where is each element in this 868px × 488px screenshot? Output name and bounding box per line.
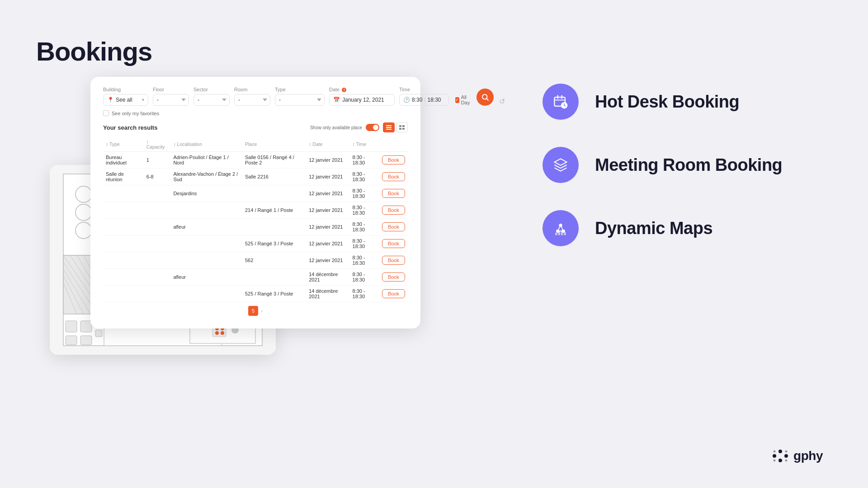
cell-place [242,269,306,286]
cell-type [103,219,144,235]
book-button[interactable]: Book [382,272,405,282]
time-label: Time [399,87,472,92]
gphy-icon-svg [772,449,789,463]
location-icon: 📍 [107,97,114,103]
cell-time: 8:30 - 18:30 [350,219,379,235]
cell-date: 12 janvier 2021 [306,219,349,235]
cell-place: Salle 0156 / Rangé 4 / Poste 2 [242,152,306,169]
grid-view-button[interactable] [396,122,408,132]
page-next[interactable]: › [261,308,263,314]
results-title: Your search results [103,124,157,131]
book-button[interactable]: Book [382,155,405,164]
svg-rect-4 [386,129,392,130]
cell-action: Book [379,185,408,202]
cell-action: Book [379,252,408,269]
meeting-room-label: Meeting Room Booking [595,155,782,175]
table-row: afleur 12 janvier 2021 8:30 - 18:30 Book [103,219,408,235]
cell-capacity [144,286,171,302]
cell-place [242,185,306,202]
feature-meeting-room: Meeting Room Booking [542,147,832,183]
search-button[interactable] [476,89,494,106]
allday-checkbox[interactable] [455,97,459,103]
cell-place: 525 / Rangé 3 / Poste [242,235,306,252]
room-filter-group: Room - [234,87,270,106]
building-select[interactable]: 📍 See all ▼ [103,94,148,106]
view-buttons [383,122,408,132]
col-type: ↕ Type [103,137,144,152]
svg-point-131 [559,224,562,227]
calendar-icon: 📅 [333,97,340,103]
cell-capacity [144,185,171,202]
date-input[interactable]: 📅 January 12, 2021 [329,94,395,106]
cell-time: 8:30 - 18:30 [350,169,379,185]
book-button[interactable]: Book [382,222,405,231]
book-button[interactable]: Book [382,289,405,298]
cell-time: 8:30 - 18:30 [350,152,379,169]
available-label: Show only available place [310,125,362,130]
page-5[interactable]: 5 [248,306,258,316]
cell-time: 8:30 - 18:30 [350,185,379,202]
col-capacity: ↕ Capacity [144,137,171,152]
book-button[interactable]: Book [382,206,405,215]
available-toggle[interactable] [366,124,379,131]
svg-point-146 [785,460,788,462]
cell-place: Salle 2216 [242,169,306,185]
table-row: afleur 14 décembre 2021 8:30 - 18:30 Boo… [103,269,408,286]
svg-point-0 [482,94,487,99]
building-value: See all [116,97,132,103]
svg-line-133 [561,225,563,231]
cell-localisation: afleur [170,219,242,235]
cell-place: 525 / Rangé 3 / Poste [242,286,306,302]
book-button[interactable]: Book [382,172,405,181]
cell-time: 8:30 - 18:30 [350,269,379,286]
col-action [379,137,408,152]
list-view-button[interactable] [383,122,395,132]
time-separator: | [424,97,425,103]
cell-date: 12 janvier 2021 [306,235,349,252]
cell-capacity: 6-8 [144,169,171,185]
svg-rect-100 [80,336,92,345]
cell-type [103,185,144,202]
table-row: Salle de réunion 6-8 Alexandre-Vachon / … [103,169,408,185]
floor-filter-group: Floor - [153,87,189,106]
map-layers-icon [552,156,569,174]
cell-capacity [144,235,171,252]
table-row: 562 12 janvier 2021 8:30 - 18:30 Book [103,252,408,269]
favorites-checkbox[interactable] [103,110,109,116]
svg-point-144 [785,450,788,453]
table-row: 525 / Rangé 3 / Poste 12 janvier 2021 8:… [103,235,408,252]
cell-localisation: Desjardins [170,185,242,202]
cell-localisation [170,235,242,252]
list-icon [386,125,392,130]
time-input[interactable]: 🕐 8:30 | 18:30 [399,94,449,106]
cell-date: 12 janvier 2021 [306,169,349,185]
filter-row: Building 📍 See all ▼ Floor - Sector - Ro… [103,87,408,106]
allday-label: All Day [461,94,472,105]
gphy-logo: gphy [772,449,823,463]
table-row: Bureau individuel 1 Adrien-Pouliot / Éta… [103,152,408,169]
results-header: Your search results Show only available … [103,122,408,132]
book-button[interactable]: Book [382,189,405,198]
book-button[interactable]: Book [382,256,405,265]
svg-rect-6 [402,125,405,127]
cell-capacity: 1 [144,152,171,169]
type-select[interactable]: - [275,94,325,106]
allday-wrap: All Day [455,94,472,105]
floor-select[interactable]: - [153,94,189,106]
cell-type [103,269,144,286]
sector-select[interactable]: - [193,94,230,106]
room-select[interactable]: - [234,94,270,106]
cell-type [103,286,144,302]
book-button[interactable]: Book [382,239,405,248]
svg-rect-136 [558,231,561,235]
meeting-room-icon-bg [542,147,579,183]
refresh-button[interactable]: ↺ [499,97,505,106]
page-title: Bookings [36,36,152,66]
cell-time: 8:30 - 18:30 [350,235,379,252]
svg-point-120 [221,331,224,335]
clock-icon: 🕐 [403,97,410,103]
building-label: Building [103,87,148,92]
cell-action: Book [379,202,408,219]
cell-type [103,252,144,269]
features-panel: Hot Desk Booking Meeting Room Booking [542,84,832,246]
